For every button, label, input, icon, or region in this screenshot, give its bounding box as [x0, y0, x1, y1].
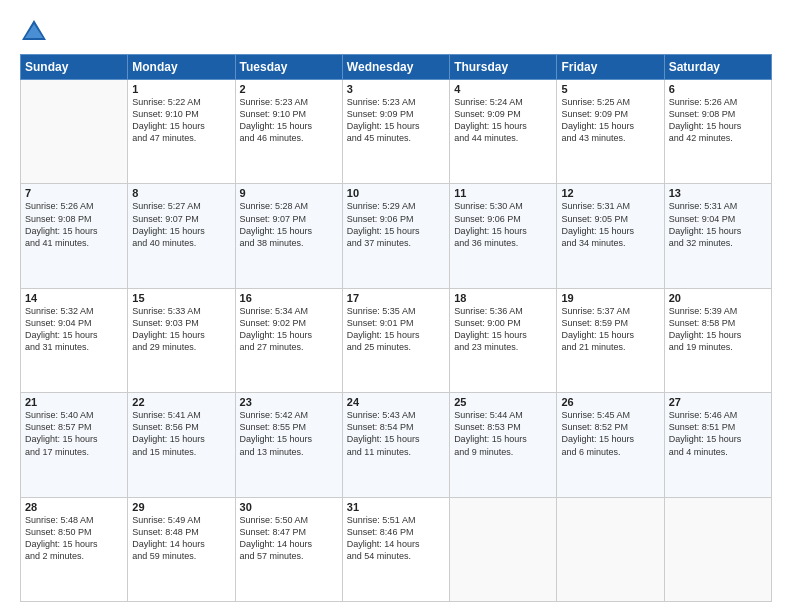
day-number: 30 — [240, 501, 338, 513]
logo-icon — [20, 18, 48, 46]
day-info: Sunrise: 5:23 AMSunset: 9:10 PMDaylight:… — [240, 96, 338, 145]
calendar-cell: 22Sunrise: 5:41 AMSunset: 8:56 PMDayligh… — [128, 393, 235, 497]
calendar-week-4: 21Sunrise: 5:40 AMSunset: 8:57 PMDayligh… — [21, 393, 772, 497]
calendar-header-friday: Friday — [557, 55, 664, 80]
day-number: 23 — [240, 396, 338, 408]
calendar-cell: 13Sunrise: 5:31 AMSunset: 9:04 PMDayligh… — [664, 184, 771, 288]
day-number: 1 — [132, 83, 230, 95]
calendar-cell: 10Sunrise: 5:29 AMSunset: 9:06 PMDayligh… — [342, 184, 449, 288]
calendar-header-sunday: Sunday — [21, 55, 128, 80]
day-number: 19 — [561, 292, 659, 304]
calendar-cell — [557, 497, 664, 601]
day-number: 5 — [561, 83, 659, 95]
day-info: Sunrise: 5:28 AMSunset: 9:07 PMDaylight:… — [240, 200, 338, 249]
calendar-cell: 9Sunrise: 5:28 AMSunset: 9:07 PMDaylight… — [235, 184, 342, 288]
day-info: Sunrise: 5:25 AMSunset: 9:09 PMDaylight:… — [561, 96, 659, 145]
calendar-cell: 18Sunrise: 5:36 AMSunset: 9:00 PMDayligh… — [450, 288, 557, 392]
day-number: 3 — [347, 83, 445, 95]
day-number: 20 — [669, 292, 767, 304]
calendar-table: SundayMondayTuesdayWednesdayThursdayFrid… — [20, 54, 772, 602]
day-number: 25 — [454, 396, 552, 408]
calendar-cell: 3Sunrise: 5:23 AMSunset: 9:09 PMDaylight… — [342, 80, 449, 184]
day-number: 21 — [25, 396, 123, 408]
day-number: 9 — [240, 187, 338, 199]
calendar-cell: 23Sunrise: 5:42 AMSunset: 8:55 PMDayligh… — [235, 393, 342, 497]
day-number: 28 — [25, 501, 123, 513]
calendar-week-3: 14Sunrise: 5:32 AMSunset: 9:04 PMDayligh… — [21, 288, 772, 392]
day-number: 11 — [454, 187, 552, 199]
day-info: Sunrise: 5:37 AMSunset: 8:59 PMDaylight:… — [561, 305, 659, 354]
calendar-header-tuesday: Tuesday — [235, 55, 342, 80]
calendar-cell: 21Sunrise: 5:40 AMSunset: 8:57 PMDayligh… — [21, 393, 128, 497]
logo — [20, 18, 50, 46]
day-number: 24 — [347, 396, 445, 408]
day-info: Sunrise: 5:35 AMSunset: 9:01 PMDaylight:… — [347, 305, 445, 354]
day-info: Sunrise: 5:44 AMSunset: 8:53 PMDaylight:… — [454, 409, 552, 458]
day-info: Sunrise: 5:42 AMSunset: 8:55 PMDaylight:… — [240, 409, 338, 458]
calendar-cell: 2Sunrise: 5:23 AMSunset: 9:10 PMDaylight… — [235, 80, 342, 184]
calendar-cell: 19Sunrise: 5:37 AMSunset: 8:59 PMDayligh… — [557, 288, 664, 392]
day-number: 14 — [25, 292, 123, 304]
calendar-header-monday: Monday — [128, 55, 235, 80]
calendar-cell: 17Sunrise: 5:35 AMSunset: 9:01 PMDayligh… — [342, 288, 449, 392]
day-number: 22 — [132, 396, 230, 408]
calendar-cell: 6Sunrise: 5:26 AMSunset: 9:08 PMDaylight… — [664, 80, 771, 184]
calendar-cell: 29Sunrise: 5:49 AMSunset: 8:48 PMDayligh… — [128, 497, 235, 601]
day-info: Sunrise: 5:31 AMSunset: 9:05 PMDaylight:… — [561, 200, 659, 249]
day-number: 29 — [132, 501, 230, 513]
calendar-cell: 4Sunrise: 5:24 AMSunset: 9:09 PMDaylight… — [450, 80, 557, 184]
day-number: 2 — [240, 83, 338, 95]
calendar-cell: 24Sunrise: 5:43 AMSunset: 8:54 PMDayligh… — [342, 393, 449, 497]
day-info: Sunrise: 5:24 AMSunset: 9:09 PMDaylight:… — [454, 96, 552, 145]
day-info: Sunrise: 5:34 AMSunset: 9:02 PMDaylight:… — [240, 305, 338, 354]
calendar-cell: 31Sunrise: 5:51 AMSunset: 8:46 PMDayligh… — [342, 497, 449, 601]
day-info: Sunrise: 5:30 AMSunset: 9:06 PMDaylight:… — [454, 200, 552, 249]
calendar-header-wednesday: Wednesday — [342, 55, 449, 80]
calendar-header-saturday: Saturday — [664, 55, 771, 80]
day-number: 27 — [669, 396, 767, 408]
day-info: Sunrise: 5:26 AMSunset: 9:08 PMDaylight:… — [669, 96, 767, 145]
day-info: Sunrise: 5:29 AMSunset: 9:06 PMDaylight:… — [347, 200, 445, 249]
day-info: Sunrise: 5:48 AMSunset: 8:50 PMDaylight:… — [25, 514, 123, 563]
calendar-week-1: 1Sunrise: 5:22 AMSunset: 9:10 PMDaylight… — [21, 80, 772, 184]
day-number: 8 — [132, 187, 230, 199]
day-info: Sunrise: 5:39 AMSunset: 8:58 PMDaylight:… — [669, 305, 767, 354]
calendar-cell: 7Sunrise: 5:26 AMSunset: 9:08 PMDaylight… — [21, 184, 128, 288]
calendar-week-2: 7Sunrise: 5:26 AMSunset: 9:08 PMDaylight… — [21, 184, 772, 288]
day-number: 16 — [240, 292, 338, 304]
calendar-cell: 8Sunrise: 5:27 AMSunset: 9:07 PMDaylight… — [128, 184, 235, 288]
calendar-cell: 25Sunrise: 5:44 AMSunset: 8:53 PMDayligh… — [450, 393, 557, 497]
header — [20, 18, 772, 46]
calendar-cell: 20Sunrise: 5:39 AMSunset: 8:58 PMDayligh… — [664, 288, 771, 392]
day-number: 31 — [347, 501, 445, 513]
day-number: 13 — [669, 187, 767, 199]
calendar-cell: 16Sunrise: 5:34 AMSunset: 9:02 PMDayligh… — [235, 288, 342, 392]
day-info: Sunrise: 5:31 AMSunset: 9:04 PMDaylight:… — [669, 200, 767, 249]
day-info: Sunrise: 5:43 AMSunset: 8:54 PMDaylight:… — [347, 409, 445, 458]
calendar-cell — [450, 497, 557, 601]
day-number: 26 — [561, 396, 659, 408]
page: SundayMondayTuesdayWednesdayThursdayFrid… — [0, 0, 792, 612]
calendar-cell: 27Sunrise: 5:46 AMSunset: 8:51 PMDayligh… — [664, 393, 771, 497]
calendar-cell: 28Sunrise: 5:48 AMSunset: 8:50 PMDayligh… — [21, 497, 128, 601]
day-info: Sunrise: 5:26 AMSunset: 9:08 PMDaylight:… — [25, 200, 123, 249]
day-info: Sunrise: 5:51 AMSunset: 8:46 PMDaylight:… — [347, 514, 445, 563]
calendar-cell: 12Sunrise: 5:31 AMSunset: 9:05 PMDayligh… — [557, 184, 664, 288]
day-info: Sunrise: 5:36 AMSunset: 9:00 PMDaylight:… — [454, 305, 552, 354]
calendar-cell — [664, 497, 771, 601]
day-number: 7 — [25, 187, 123, 199]
day-number: 12 — [561, 187, 659, 199]
calendar-cell: 1Sunrise: 5:22 AMSunset: 9:10 PMDaylight… — [128, 80, 235, 184]
calendar-cell: 11Sunrise: 5:30 AMSunset: 9:06 PMDayligh… — [450, 184, 557, 288]
day-info: Sunrise: 5:27 AMSunset: 9:07 PMDaylight:… — [132, 200, 230, 249]
day-number: 15 — [132, 292, 230, 304]
calendar-cell: 15Sunrise: 5:33 AMSunset: 9:03 PMDayligh… — [128, 288, 235, 392]
day-info: Sunrise: 5:49 AMSunset: 8:48 PMDaylight:… — [132, 514, 230, 563]
calendar-week-5: 28Sunrise: 5:48 AMSunset: 8:50 PMDayligh… — [21, 497, 772, 601]
day-info: Sunrise: 5:46 AMSunset: 8:51 PMDaylight:… — [669, 409, 767, 458]
day-number: 4 — [454, 83, 552, 95]
day-number: 10 — [347, 187, 445, 199]
day-info: Sunrise: 5:50 AMSunset: 8:47 PMDaylight:… — [240, 514, 338, 563]
day-info: Sunrise: 5:41 AMSunset: 8:56 PMDaylight:… — [132, 409, 230, 458]
calendar-cell — [21, 80, 128, 184]
